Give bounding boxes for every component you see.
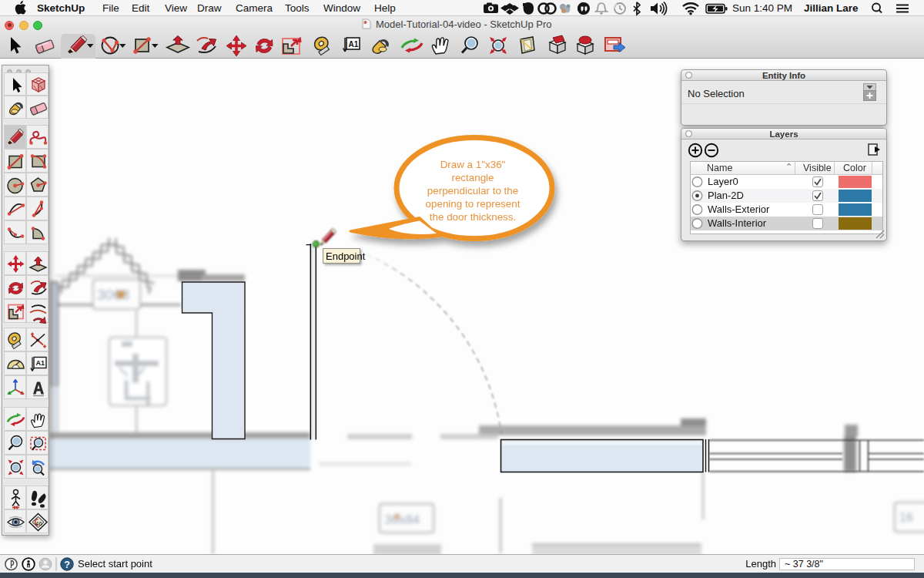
svg-text:rectangle: rectangle	[451, 172, 494, 183]
svg-text:16: 16	[899, 511, 913, 524]
svg-text:perpendicular to the: perpendicular to the	[427, 185, 518, 197]
svg-text:36x84: 36x84	[384, 512, 420, 527]
svg-text:A1: A1	[35, 359, 45, 367]
svg-text:46: 46	[35, 520, 42, 527]
svg-text:opening to represent: opening to represent	[426, 198, 521, 210]
svg-text:Draw a 1"x36": Draw a 1"x36"	[440, 159, 506, 170]
svg-text:A1: A1	[349, 40, 359, 49]
svg-text:?: ?	[64, 560, 70, 570]
svg-text:the door thickness.: the door thickness.	[430, 211, 516, 223]
